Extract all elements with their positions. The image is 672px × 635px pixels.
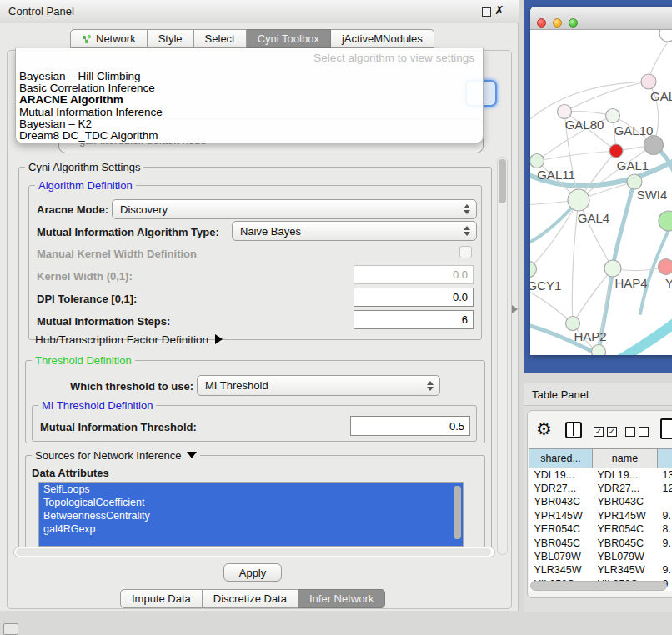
- table-row[interactable]: YBL079WYBL079W: [529, 550, 672, 563]
- network-edge: [620, 320, 672, 355]
- table-panel-header: Table Panel: [524, 382, 672, 406]
- close-traffic-light-icon[interactable]: [537, 18, 546, 28]
- hub-definition-expander[interactable]: Hub/Transcription Factor Definition: [35, 333, 223, 346]
- unchecked-checkbox-icon[interactable]: [625, 427, 635, 437]
- network-node[interactable]: [558, 105, 572, 119]
- tab-discretize-data[interactable]: Discretize Data: [203, 589, 298, 608]
- node-label: GCY1: [530, 278, 561, 292]
- network-node[interactable]: [609, 144, 623, 158]
- table-row[interactable]: YER054CYER054C8.: [529, 522, 672, 536]
- columns-icon[interactable]: [565, 422, 582, 438]
- panel-collapse-arrow-icon[interactable]: [512, 305, 518, 313]
- network-node[interactable]: [568, 189, 589, 211]
- node-label: GAL1: [617, 158, 649, 172]
- data-attributes-list: SelfLoopsTopologicalCoefficientBetweenne…: [38, 482, 464, 547]
- algorithm-option[interactable]: ARACNE Algorithm: [19, 94, 479, 106]
- list-scrollbar[interactable]: [454, 486, 461, 539]
- attribute-item[interactable]: gal4RGexp: [39, 522, 463, 536]
- tab-label: jActiveMNodules: [342, 30, 423, 48]
- network-node[interactable]: [566, 317, 580, 331]
- tab-jactivemnodules[interactable]: jActiveMNodules: [331, 29, 434, 48]
- manual-kernel-checkbox[interactable]: [459, 246, 472, 258]
- tab-style[interactable]: Style: [148, 29, 194, 48]
- table-hscrollbar[interactable]: [530, 581, 667, 591]
- column-header[interactable]: name: [593, 449, 658, 468]
- dpi-tolerance-input[interactable]: 0.0: [354, 288, 474, 307]
- data-attributes-label: Data Attributes: [32, 467, 109, 479]
- network-node[interactable]: [530, 154, 544, 168]
- mi-type-combo[interactable]: Naive Bayes: [232, 221, 477, 241]
- minimized-panel-icon[interactable]: [3, 623, 18, 635]
- sources-title[interactable]: Sources for Network Inference: [32, 449, 200, 462]
- manual-kernel-label: Manual Kernel Width Definition: [37, 248, 197, 260]
- network-node[interactable]: [659, 259, 672, 275]
- network-window-titlebar[interactable]: [530, 7, 672, 30]
- settings-vscrollbar-track[interactable]: [497, 157, 508, 555]
- mi-type-label: Mutual Information Algorithm Type:: [37, 226, 219, 238]
- mi-threshold-label: Mutual Information Threshold:: [40, 421, 197, 433]
- zoom-traffic-light-icon[interactable]: [569, 18, 578, 28]
- which-threshold-combo[interactable]: MI Threshold: [197, 375, 440, 396]
- tab-label: Impute Data: [132, 590, 191, 608]
- table-cell: YBR045C: [593, 536, 658, 549]
- network-node[interactable]: [644, 136, 664, 155]
- aracne-mode-combo[interactable]: Discovery: [112, 199, 477, 219]
- network-node[interactable]: [604, 260, 621, 277]
- table-cell: [658, 495, 672, 508]
- table-row[interactable]: YBR045CYBR045C9.: [529, 536, 672, 549]
- tab-network[interactable]: Network: [70, 29, 148, 48]
- checked-checkbox-icon[interactable]: ✓: [594, 427, 604, 437]
- column-header[interactable]: A: [658, 449, 672, 468]
- table-row[interactable]: YDR27...YDR27...12: [529, 482, 672, 495]
- settings-vscrollbar-thumb[interactable]: [499, 159, 506, 203]
- kernel-width-input[interactable]: 0.0: [354, 265, 474, 284]
- attribute-item[interactable]: TopologicalCoefficient: [39, 496, 463, 509]
- table-row[interactable]: YLR345WYLR345W9.: [529, 563, 672, 577]
- column-header[interactable]: shared...: [529, 449, 593, 468]
- algorithm-option[interactable]: Mutual Information Inference: [19, 107, 479, 118]
- network-node[interactable]: [606, 109, 620, 123]
- minimize-traffic-light-icon[interactable]: [553, 18, 562, 28]
- tab-impute-data[interactable]: Impute Data: [120, 589, 203, 608]
- network-node[interactable]: [641, 74, 656, 89]
- document-icon[interactable]: [660, 418, 672, 439]
- tab-label: Network: [96, 30, 136, 48]
- tab-cyni-toolbox[interactable]: Cyni Toolbox: [247, 29, 331, 48]
- checked-checkbox-icon[interactable]: ✓: [607, 427, 617, 437]
- table-row[interactable]: YPR145WYPR145W9.: [529, 509, 672, 522]
- table-cell: YDL19...: [593, 468, 658, 482]
- tab-select[interactable]: Select: [194, 29, 247, 48]
- settings-hscrollbar[interactable]: [13, 547, 495, 558]
- cyni-algorithm-settings-title: Cyni Algorithm Settings: [25, 161, 143, 173]
- table-row[interactable]: YBR043CYBR043C: [529, 495, 672, 508]
- mi-threshold-input[interactable]: 0.5: [350, 416, 470, 436]
- close-icon[interactable]: ✗: [494, 3, 504, 17]
- network-node[interactable]: [530, 262, 537, 278]
- tab-infer-network[interactable]: Infer Network: [298, 589, 385, 608]
- attribute-item-partial[interactable]: [39, 536, 463, 546]
- unchecked-checkbox-icon[interactable]: [639, 427, 649, 437]
- network-edge: [530, 288, 573, 323]
- attribute-item[interactable]: BetweennessCentrality: [39, 509, 463, 522]
- table-cell: YBR045C: [529, 536, 593, 549]
- algorithm-option[interactable]: Dream8 DC_TDC Algorithm: [19, 130, 479, 142]
- network-node[interactable]: [659, 211, 672, 231]
- gear-icon[interactable]: ⚙: [536, 419, 552, 439]
- network-node[interactable]: [659, 30, 672, 42]
- float-window-icon[interactable]: [482, 8, 491, 17]
- algorithm-option[interactable]: Basic Correlation Inference: [19, 82, 479, 94]
- network-canvas[interactable]: GALGAL80GAL10GAL1GAL11SWI4GAL4GCY1HAP4YH…: [530, 30, 672, 355]
- apply-button[interactable]: Apply: [223, 563, 282, 582]
- attribute-item[interactable]: SelfLoops: [39, 482, 463, 496]
- node-label: SWI4: [637, 188, 668, 202]
- mi-steps-input[interactable]: 6: [354, 310, 474, 329]
- algorithm-option[interactable]: Bayesian – K2: [19, 118, 479, 130]
- algorithm-option[interactable]: Bayesian – Hill Climbing: [19, 71, 479, 82]
- sources-title-text: Sources for Network Inference: [35, 449, 182, 462]
- table-row[interactable]: YDL19...YDL19...13: [529, 468, 672, 482]
- network-node[interactable]: [592, 345, 606, 356]
- table-cell: 9.: [658, 536, 672, 549]
- node-label: HAP2: [574, 329, 606, 343]
- hscrollbar-thumb[interactable]: [16, 548, 491, 556]
- hub-definition-label: Hub/Transcription Factor Definition: [35, 333, 208, 346]
